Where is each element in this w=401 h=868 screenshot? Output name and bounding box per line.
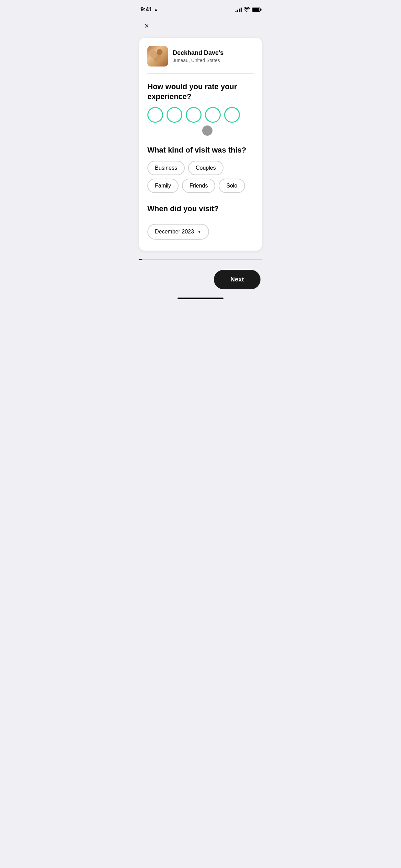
review-card: Deckhand Dave's Juneau, United States Ho… <box>139 38 262 251</box>
restaurant-header: Deckhand Dave's Juneau, United States <box>147 46 254 67</box>
home-indicator <box>134 295 267 302</box>
rating-title: How would you rate your experience? <box>147 82 254 101</box>
restaurant-name: Deckhand Dave's <box>173 49 223 57</box>
visit-type-title: What kind of visit was this? <box>147 145 254 155</box>
restaurant-location: Juneau, United States <box>173 58 223 63</box>
rating-circle-3[interactable] <box>186 107 202 123</box>
wifi-icon <box>244 7 250 13</box>
visit-type-section: What kind of visit was this? Business Co… <box>147 145 254 193</box>
date-title: When did you visit? <box>147 204 254 214</box>
divider <box>147 73 254 74</box>
rating-circle-4[interactable] <box>205 107 221 123</box>
progress-bar-fill <box>139 259 142 260</box>
visit-option-business[interactable]: Business <box>147 161 185 175</box>
rating-section: How would you rate your experience? <box>147 82 254 136</box>
date-value: December 2023 <box>155 229 194 235</box>
date-dropdown[interactable]: December 2023 ▼ <box>147 224 209 240</box>
home-bar <box>178 298 223 299</box>
visit-option-solo[interactable]: Solo <box>219 179 245 193</box>
next-button[interactable]: Next <box>214 270 260 289</box>
visit-option-couples[interactable]: Couples <box>188 161 223 175</box>
time-display: 9:41 <box>141 6 152 13</box>
rating-circle-5[interactable] <box>224 107 240 123</box>
battery-icon <box>252 8 260 12</box>
status-icons <box>235 7 260 13</box>
close-button[interactable]: × <box>141 20 153 32</box>
visit-options: Business Couples Family Friends Solo <box>147 161 254 193</box>
visit-option-family[interactable]: Family <box>147 179 179 193</box>
rating-circle-1[interactable] <box>147 107 163 123</box>
chevron-down-icon: ▼ <box>197 229 202 234</box>
close-icon: × <box>145 22 149 30</box>
rating-circles[interactable] <box>147 107 254 123</box>
bottom-bar: Next <box>134 263 267 295</box>
location-arrow-icon: ▲ <box>154 7 158 12</box>
visit-option-friends[interactable]: Friends <box>182 179 215 193</box>
status-bar: 9:41 ▲ <box>134 0 267 17</box>
signal-icon <box>235 7 242 12</box>
status-time: 9:41 ▲ <box>141 6 158 13</box>
restaurant-thumbnail <box>147 46 168 67</box>
date-section: When did you visit? December 2023 ▼ <box>147 204 254 240</box>
restaurant-info: Deckhand Dave's Juneau, United States <box>173 49 223 63</box>
progress-bar <box>139 259 262 260</box>
rating-slider-handle[interactable] <box>202 125 212 136</box>
rating-circle-2[interactable] <box>167 107 182 123</box>
